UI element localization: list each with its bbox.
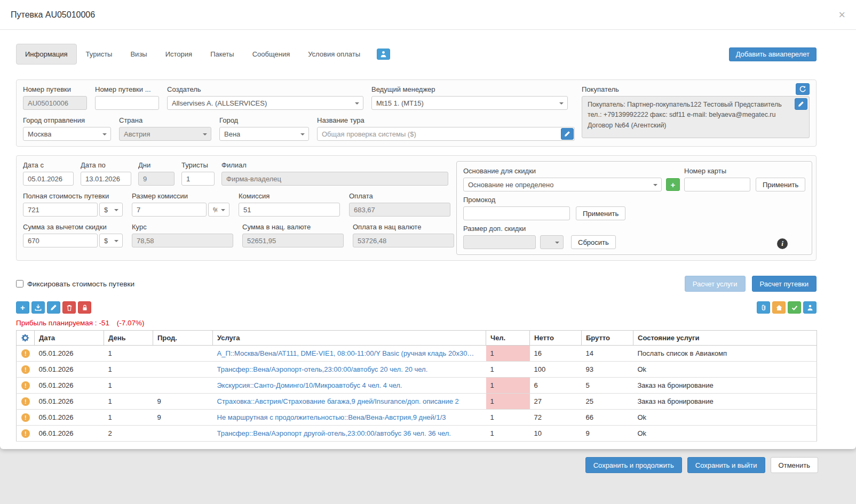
country-label: Страна [119, 116, 211, 124]
lock-icon [81, 304, 89, 311]
edit-service-button[interactable] [47, 301, 60, 314]
tour-name-field: Название тура [317, 116, 575, 141]
buyer-label: Покупатель [582, 85, 810, 93]
tour-name-input[interactable] [317, 127, 575, 141]
cell-prod: 9 [153, 394, 213, 410]
table-row[interactable]: ! 05.01.2026 1 Трансфер::Вена/Аэропорт-о… [17, 362, 817, 378]
add-flight-button[interactable]: Добавить авиаперелет [729, 47, 817, 61]
commission-rate-input[interactable] [132, 203, 207, 217]
cell-netto: 27 [530, 394, 582, 410]
tab-visas[interactable]: Визы [121, 44, 156, 65]
table-settings-cell[interactable] [17, 331, 35, 346]
table-row[interactable]: ! 05.01.2026 1 Экскурсия::Санто-Доминго/… [17, 378, 817, 394]
cell-brutto: 9 [582, 426, 633, 442]
creator-select[interactable]: Allservises A. (ALLSERVICES) [167, 96, 363, 110]
cell-day: 1 [104, 362, 153, 378]
cell-brutto: 5 [582, 378, 633, 394]
export-services-button[interactable] [31, 301, 45, 314]
buyer-line-1: Покупатель: Партнер-покупатель122 Тестов… [588, 100, 793, 110]
table-row[interactable]: ! 06.01.2026 2 Трансфер::Вена/Аэропорт д… [17, 426, 817, 442]
service-link[interactable]: Не маршрутная с продолжительностью::Вена… [217, 413, 446, 421]
cancel-button[interactable]: Отменить [771, 457, 818, 473]
service-link[interactable]: Трансфер::Вена/Аэропорт-отель,23:00:00/а… [217, 365, 428, 373]
date-from-input[interactable] [23, 172, 74, 186]
card-apply-button[interactable]: Применить [756, 178, 805, 191]
delete-service-button[interactable] [62, 301, 76, 314]
edit-buyer-button[interactable] [795, 98, 807, 110]
cell-netto: 16 [530, 346, 582, 362]
commission-input[interactable] [239, 203, 340, 217]
calc-service-button[interactable]: Расчет услуги [685, 276, 746, 292]
cell-date: 05.01.2026 [35, 410, 104, 426]
tourists-count-input[interactable] [181, 172, 215, 186]
planned-profit: Прибыль планируемая : -51 (-7.07%) [16, 319, 817, 327]
card-number-input[interactable] [684, 178, 750, 191]
cell-date: 05.01.2026 [35, 346, 104, 362]
refresh-button[interactable] [796, 83, 810, 95]
tourist-tab-icon[interactable] [377, 49, 390, 60]
table-row[interactable]: ! 05.01.2026 1 9 Не маршрутная с продолж… [17, 410, 817, 426]
departure-city-field: Город отправления Москва [23, 116, 111, 141]
net-sum-currency-select[interactable]: $ [99, 234, 123, 247]
net-sum-input[interactable] [23, 234, 98, 247]
table-row[interactable]: ! 05.01.2026 1 А_П::Москва/Вена/АТ111, D… [17, 346, 817, 362]
close-icon[interactable]: × [838, 10, 845, 20]
header-people: Чел. [486, 331, 530, 346]
commission-unit-select[interactable]: % [208, 203, 229, 217]
full-cost-input[interactable] [23, 203, 98, 217]
voucher-number-alt-input[interactable] [95, 96, 159, 110]
days-label: Дни [138, 161, 175, 169]
discount-reason-select[interactable]: Основание не определено [463, 178, 662, 191]
add-service-button[interactable]: + [16, 301, 29, 314]
tab-packages[interactable]: Пакеты [201, 44, 243, 65]
edit-tour-button[interactable] [561, 128, 574, 140]
table-row[interactable]: ! 05.01.2026 1 9 Страховка::Австрия/Стра… [17, 394, 817, 410]
country-value: Австрия [124, 130, 150, 138]
page-title: Путевка AU05010006 [11, 10, 95, 20]
tab-history[interactable]: История [156, 44, 201, 65]
departure-city-select[interactable]: Москва [23, 127, 111, 141]
commission-label: Комиссия [239, 192, 340, 200]
tourists-button[interactable] [803, 301, 817, 314]
reset-discount-button[interactable]: Сбросить [571, 235, 616, 249]
manager-select[interactable]: Mt15 1. (MT15) [371, 96, 568, 110]
discount-reason-value: Основание не определено [468, 181, 553, 189]
tab-information[interactable]: Информация [16, 44, 77, 65]
cell-netto: 6 [530, 378, 582, 394]
rate-input [132, 234, 233, 247]
service-link[interactable]: А_П::Москва/Вена/АТ111, DME-VIE1, 08:00-… [217, 349, 474, 357]
hotel-home-button[interactable] [772, 301, 786, 314]
tourists-count-label: Туристы [181, 161, 215, 169]
date-to-input[interactable] [81, 172, 131, 186]
confirm-services-button[interactable] [788, 301, 801, 314]
full-cost-currency-select[interactable]: $ [99, 203, 123, 217]
tab-payment-terms[interactable]: Условия оплаты [299, 44, 369, 65]
voucher-number-label: Номер путевки [23, 85, 87, 93]
cell-brutto: 25 [582, 394, 633, 410]
city-value: Вена [224, 130, 240, 138]
fix-cost-checkbox[interactable] [16, 280, 23, 287]
service-link[interactable]: Страховка::Австрия/Страхование багажа,9 … [217, 397, 459, 405]
save-exit-button[interactable]: Сохранить и выйти [687, 457, 765, 473]
lock-service-button[interactable] [78, 301, 91, 314]
voucher-number-alt-label: Номер путевки ... [95, 85, 159, 93]
buyer-box: Покупатель: Партнер-покупатель122 Тестов… [582, 96, 810, 138]
card-group: Номер карты Применить [684, 167, 805, 191]
promo-apply-button[interactable]: Применить [576, 206, 625, 220]
add-discount-reason-button[interactable]: + [666, 178, 680, 191]
service-link[interactable]: Экскурсия::Санто-Доминго/10/Микроавтобус… [217, 381, 402, 389]
chevron-down-icon [559, 102, 564, 105]
service-link[interactable]: Трансфер::Вена/Аэропорт другой-отель,23:… [217, 429, 451, 437]
cell-status: Ok [633, 426, 817, 442]
header-status: Состояние услуги [633, 331, 817, 346]
header-netto: Нетто [530, 331, 582, 346]
save-continue-button[interactable]: Сохранить и продолжить [585, 457, 682, 473]
attach-file-button[interactable] [757, 301, 770, 314]
cell-prod: 9 [153, 410, 213, 426]
tab-messages[interactable]: Сообщения [243, 44, 299, 65]
cell-people: 1 [486, 378, 530, 394]
city-select[interactable]: Вена [219, 127, 309, 141]
promo-input[interactable] [463, 206, 570, 220]
tab-tourists[interactable]: Туристы [77, 44, 122, 65]
calc-voucher-button[interactable]: Расчет путевки [752, 276, 817, 292]
